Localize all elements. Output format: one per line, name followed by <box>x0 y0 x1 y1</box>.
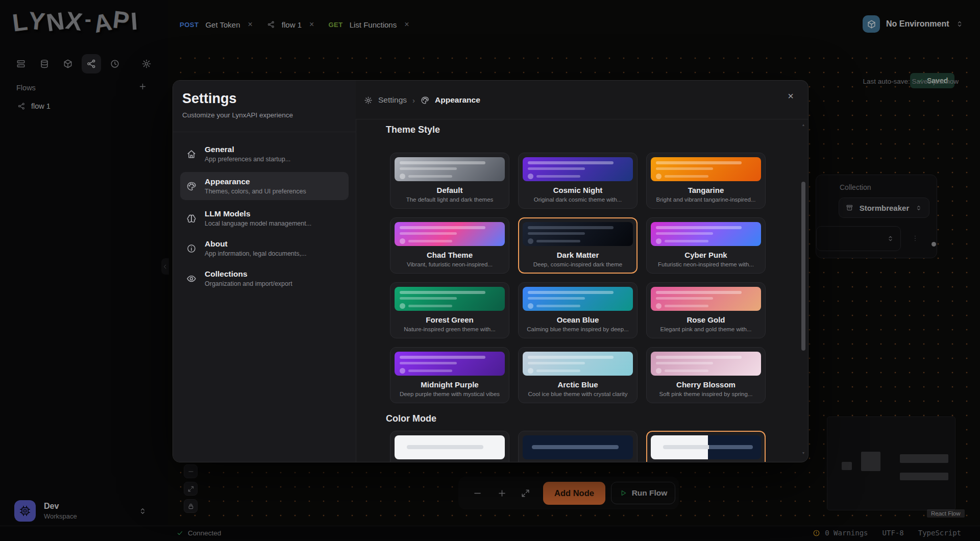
color-mode-card-dark[interactable] <box>518 431 638 462</box>
preview-line <box>528 291 614 294</box>
theme-name: Tangarine <box>651 186 761 194</box>
scrollbar-thumb[interactable] <box>801 182 805 351</box>
theme-preview <box>395 157 505 181</box>
preview-line <box>663 445 709 449</box>
nav-item-title: General <box>205 145 290 154</box>
settings-nav-llm-models[interactable]: LLM ModelsLocal language model managemen… <box>180 206 349 230</box>
preview-line <box>400 368 405 374</box>
gear-icon <box>364 96 373 105</box>
theme-preview <box>651 287 761 311</box>
preview-line <box>400 356 485 359</box>
eye-icon <box>186 274 197 284</box>
theme-preview <box>651 352 761 376</box>
divider <box>356 119 356 462</box>
nav-item-text: LLM ModelsLocal language model managemen… <box>205 209 311 227</box>
preview-line <box>528 238 533 244</box>
theme-name: Cyber Punk <box>651 251 761 259</box>
nav-item-description: Local language model management... <box>205 220 311 227</box>
theme-card-cosmic-night[interactable]: Cosmic NightOriginal dark cosmic theme w… <box>518 153 638 209</box>
breadcrumb-settings[interactable]: Settings <box>378 95 407 105</box>
theme-description: Bright and vibrant tangarine-inspired... <box>651 196 761 203</box>
preview-line <box>665 305 708 307</box>
preview-line <box>665 240 708 242</box>
preview-line <box>528 297 585 300</box>
nav-item-description: Themes, colors, and UI preferences <box>205 188 306 195</box>
breadcrumb: Settings › Appearance <box>364 91 480 109</box>
theme-preview <box>523 222 633 246</box>
theme-card-chad-theme[interactable]: Chad ThemeVibrant, futuristic neon-inspi… <box>390 217 509 274</box>
theme-preview <box>523 157 633 181</box>
nav-item-title: Collections <box>205 269 292 279</box>
theme-card-ocean-blue[interactable]: Ocean BlueCalming blue theme inspired by… <box>518 282 638 338</box>
settings-nav: GeneralApp preferences and startup...App… <box>180 142 349 297</box>
color-mode-preview <box>651 435 761 459</box>
theme-card-cyber-punk[interactable]: Cyber PunkFuturistic neon-inspired theme… <box>646 217 766 274</box>
preview-line <box>709 445 753 449</box>
settings-modal-sidebar: Settings Customize your LynxAPI experien… <box>173 81 356 462</box>
preview-line <box>408 175 452 178</box>
preview-line <box>656 362 713 364</box>
preview-line <box>528 303 533 309</box>
preview-line <box>656 356 742 359</box>
scroll-down-arrow[interactable]: ▼ <box>801 451 805 455</box>
nav-item-text: AboutApp information, legal documents,..… <box>205 239 306 257</box>
theme-preview <box>651 222 761 246</box>
theme-card-arctic-blue[interactable]: Arctic BlueCool ice blue theme with crys… <box>518 347 638 403</box>
preview-line <box>528 161 614 164</box>
theme-card-forest-green[interactable]: Forest GreenNature-inspired green theme … <box>390 282 509 338</box>
theme-name: Forest Green <box>395 315 505 324</box>
theme-preview <box>395 287 505 311</box>
settings-nav-general[interactable]: GeneralApp preferences and startup... <box>180 142 349 166</box>
color-mode-card-light[interactable] <box>390 431 509 462</box>
settings-nav-collections[interactable]: CollectionsOrganization and import/expor… <box>180 266 349 290</box>
preview-line <box>528 174 533 179</box>
theme-card-dark-matter[interactable]: Dark MatterDeep, cosmic-inspired dark th… <box>518 217 638 274</box>
preview-line <box>532 445 619 449</box>
palette-icon <box>186 181 197 191</box>
palette-icon <box>421 96 429 105</box>
nav-item-text: CollectionsOrganization and import/expor… <box>205 269 292 287</box>
preview-line <box>656 291 742 294</box>
theme-description: Deep purple theme with mystical vibes <box>395 391 505 397</box>
theme-name: Default <box>395 186 505 194</box>
theme-card-midnight-purple[interactable]: Midnight PurpleDeep purple theme with my… <box>390 347 509 403</box>
settings-nav-about[interactable]: AboutApp information, legal documents,..… <box>180 236 349 260</box>
theme-description: Deep, cosmic-inspired dark theme <box>523 261 633 267</box>
theme-card-default[interactable]: DefaultThe default light and dark themes <box>390 153 509 209</box>
close-modal-button[interactable]: × <box>783 89 798 103</box>
preview-line <box>400 238 405 244</box>
preview-line <box>408 305 452 307</box>
brain-icon <box>186 213 197 224</box>
preview-line <box>656 161 742 164</box>
theme-card-cherry-blossom[interactable]: Cherry BlossomSoft pink theme inspired b… <box>646 347 766 403</box>
preview-line <box>665 175 708 178</box>
theme-preview <box>651 157 761 181</box>
theme-name: Ocean Blue <box>523 315 633 324</box>
preview-line <box>400 167 457 170</box>
color-mode-card-system[interactable] <box>646 431 766 462</box>
scroll-up-arrow[interactable]: ▲ <box>801 123 805 127</box>
theme-card-tangarine[interactable]: TangarineBright and vibrant tangarine-in… <box>646 153 766 209</box>
preview-line <box>408 240 452 242</box>
preview-line <box>536 305 580 307</box>
nav-item-title: LLM Models <box>205 209 311 218</box>
preview-line <box>536 175 580 178</box>
preview-line <box>528 368 533 374</box>
nav-item-text: GeneralApp preferences and startup... <box>205 145 290 163</box>
theme-name: Rose Gold <box>651 315 761 324</box>
divider <box>173 132 356 132</box>
nav-item-description: Organization and import/export <box>205 280 292 287</box>
theme-description: Vibrant, futuristic neon-inspired... <box>395 261 505 267</box>
nav-item-title: About <box>205 239 306 249</box>
preview-line <box>400 291 485 294</box>
theme-description: Elegant pink and gold theme with... <box>651 326 761 332</box>
theme-name: Arctic Blue <box>523 380 633 389</box>
preview-line <box>400 161 485 164</box>
settings-nav-appearance[interactable]: AppearanceThemes, colors, and UI prefere… <box>180 172 349 200</box>
color-mode-preview <box>395 435 505 459</box>
theme-name: Chad Theme <box>395 251 505 259</box>
preview-line <box>400 174 405 179</box>
color-mode-section-title: Color Mode <box>386 413 436 424</box>
preview-line <box>400 303 405 309</box>
theme-card-rose-gold[interactable]: Rose GoldElegant pink and gold theme wit… <box>646 282 766 338</box>
